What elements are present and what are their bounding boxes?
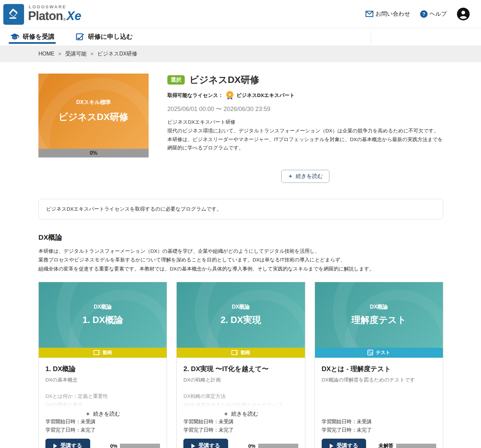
lesson-details-truncated: DXとは何か：定義と重要性 DXの歴史と進化: [45, 392, 160, 409]
lesson-card-dx-realization: DX概論 2. DX実現 動画 2. DX実現 〜IT化を越えて〜 DXの戦略と…: [176, 282, 305, 448]
selected-badge: 選択: [167, 75, 185, 85]
tab-apply-training[interactable]: 研修に申し込む: [76, 28, 133, 45]
license-name: ビジネスDXエキスパート: [236, 92, 295, 99]
play-icon: [191, 444, 195, 448]
brand-text: LOGOSWARE Platon ® Xe: [28, 3, 81, 22]
lesson-progress-label: 0%: [248, 443, 256, 448]
license-notice-text: ビジネスDXエキスパートライセンスを取得するのに必要なプログラムです。: [46, 206, 221, 212]
content-type-label: 動画: [241, 350, 250, 356]
video-icon: [231, 350, 238, 355]
lesson-category: DX概論: [232, 304, 250, 311]
course-progress-bar: 0%: [38, 149, 149, 157]
card-read-more-label: 続きを読む: [231, 411, 258, 418]
play-icon: [330, 444, 333, 448]
content-type-bar: テスト: [315, 348, 443, 358]
tab-take-training[interactable]: 研修を受講: [10, 28, 54, 45]
take-course-label: 受講する: [60, 442, 82, 448]
app-header: LOGOSWARE Platon ® Xe お問い合わせ ? ヘルプ: [0, 0, 481, 28]
graduation-cap-icon: [10, 33, 19, 40]
study-start-line: 学習開始日時：未受講: [322, 418, 436, 426]
card-read-more-button[interactable]: ＋ 続きを読む: [85, 411, 120, 418]
contact-label: お問い合わせ: [375, 10, 410, 18]
play-icon: [53, 444, 57, 448]
license-notice: ビジネスDXエキスパートライセンスを取得するのに必要なプログラムです。: [38, 199, 443, 219]
help-label: ヘルプ: [430, 10, 447, 18]
lesson-category: DX概論: [370, 304, 388, 311]
lesson-progress-label: 0%: [110, 443, 118, 448]
course-progress-value: 0%: [90, 150, 97, 156]
take-course-label: 受講する: [198, 442, 220, 448]
test-icon: [367, 350, 373, 355]
card-read-more-button[interactable]: ＋ 続きを読む: [223, 411, 258, 418]
take-course-button[interactable]: 受講する: [45, 439, 90, 448]
cover-title: ビジネスDX研修: [58, 111, 129, 123]
section-title: DX概論: [38, 233, 443, 242]
lesson-details-truncated: DX戦略の策定方法 DXを成功させるための計画とロードマップ: [183, 392, 298, 409]
read-more-label: 続きを読む: [296, 173, 323, 180]
platon-logo-icon: [3, 4, 24, 25]
card-read-more-label: 続きを読む: [93, 411, 120, 418]
cover-subtitle: DXスキル標準: [76, 99, 111, 106]
lesson-hero-title: 2. DX実現: [220, 314, 261, 326]
breadcrumb-home[interactable]: HOME: [38, 51, 54, 57]
content-type-bar: 動画: [39, 348, 167, 358]
take-course-button[interactable]: 受講する: [322, 439, 366, 448]
plus-icon: ＋: [223, 411, 228, 418]
lesson-subtitle: DXの戦略と計画: [183, 377, 298, 383]
take-course-button[interactable]: 受講する: [183, 439, 228, 448]
content-type-label: テスト: [376, 350, 390, 356]
lesson-thumbnail: DX概論 理解度テスト: [315, 282, 443, 348]
lesson-progress: 未解答: [378, 443, 436, 448]
lesson-progress-label: 未解答: [378, 443, 393, 448]
video-icon: [94, 350, 100, 355]
lesson-card-list: DX概論 1. DX概論 動画 1. DX概論 DXの基本概念 DXとは何か：定…: [38, 282, 443, 448]
take-course-label: 受講する: [337, 442, 358, 448]
brand-logo[interactable]: LOGOSWARE Platon ® Xe: [3, 3, 81, 25]
tab-apply-label: 研修に申し込む: [88, 32, 133, 41]
help-link[interactable]: ? ヘルプ: [420, 10, 447, 18]
study-complete-line: 学習完了日時：未完了: [45, 426, 160, 434]
lesson-progress-track: [258, 444, 298, 448]
section-description: 本研修は、デジタルトランスフォーメーション（DX）の基礎を学び、企業や組織がどの…: [38, 247, 443, 273]
plus-icon: ＋: [85, 411, 91, 418]
breadcrumb-current: ビジネスDX研修: [97, 50, 137, 58]
lesson-progress-track: [120, 444, 160, 448]
read-more-button[interactable]: ＋ 続きを読む: [281, 170, 329, 183]
course-cover-image: DXスキル標準 ビジネスDX研修: [38, 74, 149, 149]
course-description-truncated: 研修の目的: [167, 160, 443, 164]
help-icon: ?: [420, 10, 428, 18]
course-description-heading: ビジネスDXエキスパート研修: [167, 118, 443, 126]
lesson-progress-track: [396, 444, 436, 448]
mail-icon: [365, 11, 373, 17]
course-period: 2025/06/01 00:00 〜 2026/06/30 23:59: [167, 105, 443, 113]
content-type-label: 動画: [103, 350, 112, 356]
lesson-progress: 0%: [248, 443, 298, 448]
lesson-subtitle: DX概論の理解度を図るためのテストです: [322, 377, 436, 383]
study-complete-line: 学習完了日時：未完了: [322, 426, 436, 434]
study-complete-line: 学習完了日時：未完了: [183, 426, 298, 434]
lesson-thumbnail: DX概論 2. DX実現: [177, 282, 305, 348]
lesson-progress: 0%: [110, 443, 160, 448]
registered-mark: ®: [63, 18, 66, 21]
lesson-title: DXとは - 理解度テスト: [322, 364, 436, 373]
breadcrumb: HOME > 受講可能 > ビジネスDX研修: [0, 45, 481, 62]
lesson-hero-title: 理解度テスト: [351, 314, 406, 326]
brand-platon: Platon: [28, 10, 63, 22]
lesson-title: 2. DX実現 〜IT化を越えて〜: [183, 364, 298, 373]
breadcrumb-available[interactable]: 受講可能: [65, 50, 87, 58]
study-start-line: 学習開始日時：未受講: [45, 418, 160, 426]
brand-xe: Xe: [66, 10, 81, 22]
brand-logosware: LOGOSWARE: [29, 5, 81, 9]
main-nav: 研修を受講 研修に申し込む: [0, 28, 481, 45]
user-avatar[interactable]: [457, 8, 470, 20]
lesson-category: DX概論: [94, 304, 112, 311]
lesson-card-dx-overview: DX概論 1. DX概論 動画 1. DX概論 DXの基本概念 DXとは何か：定…: [38, 282, 167, 448]
plus-icon: ＋: [288, 173, 293, 180]
lesson-hero-title: 1. DX概論: [83, 314, 123, 326]
course-cover: DXスキル標準 ビジネスDX研修 0%: [38, 74, 149, 183]
lesson-thumbnail: DX概論 1. DX概論: [39, 282, 167, 348]
contact-link[interactable]: お問い合わせ: [365, 10, 410, 18]
license-medal-icon: ★: [226, 91, 234, 100]
study-start-line: 学習開始日時：未受講: [183, 418, 298, 426]
content-type-bar: 動画: [177, 348, 305, 358]
